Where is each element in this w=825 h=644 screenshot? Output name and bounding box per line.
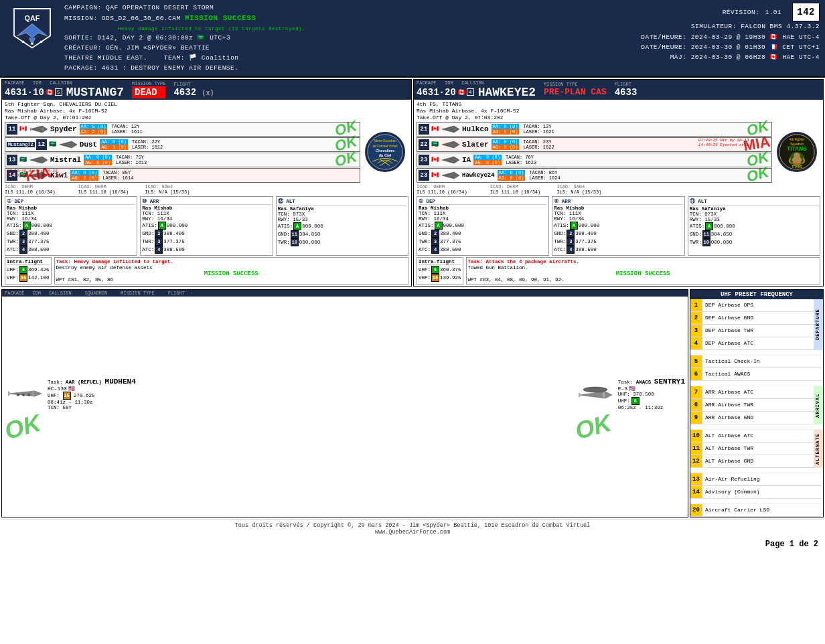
flag-slater: 🇸🇦 (431, 141, 439, 148)
uhf-row-10: 10 ALT Airbase ATC (690, 430, 814, 442)
tacan-laser-kiwi: TACAN: 85Y LASER: 1614 (102, 170, 133, 181)
team-value: Coalition (202, 54, 239, 62)
uhf-arrival-section: 7 ARR Airbase ATC 8 ARR Airbase TWR 9 AR… (690, 386, 823, 424)
intra-task-right: Intra-flight UHF: 6 360.375 VHF: 16 139.… (417, 257, 820, 285)
flag-hulkco: 🇨🇦 (431, 125, 439, 133)
uhf-row-5: 5 Tactical Check-In (690, 355, 823, 368)
callsign-mistral: Mistral (50, 156, 81, 164)
revision-value: 1.01 (765, 7, 781, 17)
uhf-row-7: 7 ARR Airbase ATC (690, 386, 814, 399)
aa-ag-hawkeye24: AA: 0 (0) AG: 0 (0) (498, 170, 526, 181)
uhf-row-8: 8 ARR Airbase TWR (690, 399, 814, 412)
pkg-left-flights-section: 11 🇨🇦 Spyder AA: 0 (0) (5, 122, 408, 183)
squadron-badge-right: 4th Fighter Squadron TITANS (773, 122, 820, 183)
uhf-row-13: 13 Air-Air Refueling (690, 473, 823, 486)
qaf-logo: QAF ® (8, 3, 56, 51)
campaign-line: CAMPAIGN: QAF OPERATION DESERT STORM (64, 3, 635, 13)
callsign-hulkco: Hulkco (462, 125, 489, 133)
aa-ag-hulkco: AA: 0 (0) AG: 8 (0) (492, 124, 520, 135)
pkg-left-unit: 5th Fighter Sqn, CHEVALIERS DU CIEL (5, 101, 408, 107)
mustang72-label: Mustang72 (7, 142, 35, 147)
flight-num-22: 22 (419, 139, 429, 150)
svg-point-22 (27, 394, 30, 396)
nav-blocks-left: ① DEP Ras Mishab TCN: 111X RWY: 16/34 AT… (5, 196, 408, 256)
flight-num-11: 11 (7, 124, 17, 135)
callsign-dust: Dust (80, 141, 97, 149)
footer-copyright: Tous droits réservés / Copyright ©, 29 m… (4, 522, 821, 529)
aa-ag-hawkeye23: AA: 0 (0) AG: 0 (0) (473, 155, 502, 165)
main-content: PACKAGE IDM CALLSIGN 4631·10 🇨🇦 5 MUSTAN… (0, 78, 825, 550)
intra-block-left: Intra-flight UHF: 6 369.425 VHF: 15 142.… (5, 257, 52, 285)
flight-slater: 22 🇸🇦 Slater AA: 0 (0) AG: 0 (0) (417, 137, 772, 152)
callsign-hawkeye23: IA (462, 156, 471, 164)
svg-text:Chevaliers: Chevaliers (376, 149, 394, 153)
svg-point-3 (22, 41, 25, 44)
svg-point-20 (17, 394, 19, 396)
footer: Tous droits réservés / Copyright ©, 29 m… (1, 519, 824, 538)
support-body: Task: AAR (REFUEL) MUDHEN4 KC-130 🇺🇸 UHF… (2, 297, 688, 444)
uhf-row-1: 1 DEP Airbase OPS (690, 299, 814, 312)
package-hawkeye2-header: PACKAGE IDM CALLSIGN 4631·20 🇨🇦 4 HAWKEY… (414, 80, 823, 100)
header-right-info: RÉVISION: 1.01 142 SIMULATEUR: FALCON BM… (641, 3, 820, 62)
flight-num-23: 23 (419, 155, 429, 165)
task-block-right: Task: Attack the 4 package aircrafts. To… (466, 257, 820, 285)
support-header: PACKAGE IDM CALLSIGN SQUADRON MISSION TY… (2, 290, 688, 297)
uhf-preset-table: UHF PRESET FREQUENCY 1 DEP Airbase OPS 2… (690, 289, 824, 517)
date1-tz: HAE UTC-4 (782, 33, 820, 41)
tacan-laser-slater: TACAN: 23Y LASER: 1622 (523, 139, 554, 150)
package-value: 4631 : DESTROY ENEMY AIR DEFENSE. (102, 64, 239, 72)
header: QAF ® CAMPAIGN: QAF OPERATION DESERT STO… (0, 0, 825, 78)
sentry1-callsign: SENTRY1 (654, 378, 685, 386)
footer-website: www.QuebecAirForce.com (4, 529, 821, 536)
aa-ag-spyder: AA: 0 (0) AG: 2 (0) (80, 124, 108, 135)
icao-row-right: ICAO: OERM ILS 111.10 (16/34) ICAO: OERM… (417, 184, 820, 195)
badge-titans: 4th Fighter Squadron TITANS (777, 132, 817, 172)
bottom-row: PACKAGE IDM CALLSIGN SQUADRON MISSION TY… (1, 289, 824, 517)
mudhen4-callsign: MUDHEN4 (105, 378, 136, 386)
uhf-alternate-section: 10 ALT Airbase ATC 11 ALT Airbase TWR 12… (690, 430, 823, 468)
pkg-right-flight: 4633 (615, 87, 638, 98)
pkg-left-flights-list: 11 🇨🇦 Spyder AA: 0 (0) (5, 122, 360, 183)
pkg-right-num: 4631·20 (417, 87, 456, 98)
support-package: PACKAGE IDM CALLSIGN SQUADRON MISSION TY… (1, 289, 688, 517)
page-indicator: Page 1 de 2 (1, 540, 824, 549)
revision-page-line: RÉVISION: 1.01 142 (641, 3, 820, 21)
callsign-spyder: Spyder (50, 125, 77, 133)
date2-line: DATE/HEURE: 2024-03-30 @ 01H30 🇫🇷 CET UT… (641, 42, 820, 52)
pkg-right-flights-section: 21 🇨🇦 Hulkco AA: 0 (0) AG: 8 (0) (417, 122, 820, 183)
mudhen4-row: Task: AAR (REFUEL) MUDHEN4 KC-130 🇺🇸 UHF… (5, 378, 136, 410)
flight-mistral: 13 🇸🇦 Mistral AA: 0 (0) AG: 8 (0) (5, 153, 360, 167)
uhf-row-3: 3 DEP Airbase TWR (690, 325, 814, 337)
svg-point-4 (31, 42, 33, 45)
tacan-laser-spyder: TACAN: 12Y LASER: 1611 (111, 124, 142, 135)
mission-status-note: Heavy damage inflicted to target (13 tar… (118, 25, 635, 33)
page-wrapper: QAF ® CAMPAIGN: QAF OPERATION DESERT STO… (0, 0, 825, 550)
uhf-row-11: 11 ALT Airbase TWR (690, 442, 814, 455)
flag-mistral: 🇸🇦 (19, 156, 27, 163)
creator-value: GÉN. JIM «SPYDER» BEATTIE (106, 44, 210, 52)
uhf-row-9: 9 ARR Airbase GND (690, 412, 814, 424)
maj-value: 2024-03-30 @ 06H28 (691, 54, 766, 61)
pkg-right-unit: 4th FS, TITANS (417, 101, 820, 107)
flight-hawkeye23: 23 🇨🇦 IA AA: 0 (0) AG: 0 (0) (417, 153, 772, 167)
header-left-info: CAMPAIGN: QAF OPERATION DESERT STORM MIS… (64, 3, 635, 74)
svg-text:4th Fighter: 4th Fighter (790, 138, 805, 141)
icao-row-left: ICAO: OERM ILS 111.10 (16/34) ICAO: OERM… (5, 184, 408, 195)
pkg-right-base: Ras Mishab Airbase. 4x F-16CM-52 (417, 108, 820, 114)
arr-block-right: ⑨ ARR Ras Mishab TCN: 111X RWY: 16/34 AT… (552, 196, 684, 256)
date1-line: DATE/HEURE: 2024-03-29 @ 19H30 🇨🇦 HAE UT… (641, 32, 820, 42)
flight-num-24: 23 (419, 170, 429, 181)
simulateur-value: FALCON BMS 4.37.3.2 (741, 23, 820, 30)
callsign-hawkeye24: Hawkeye24 (462, 172, 495, 179)
svg-point-5 (40, 41, 43, 44)
tacan-laser-mistral: TACAN: 75Y LASER: 1613 (116, 155, 147, 165)
pkg-left-sqn: 5 (55, 88, 62, 96)
badge-chevaliers: 5ième Escadron de Combat Virtuel Chevali… (365, 132, 405, 172)
flight-num-12: 12 (36, 139, 47, 150)
package-mustang7-body: 5th Fighter Sqn, CHEVALIERS DU CIEL Ras … (2, 100, 411, 286)
pkg-right-mission-type: PRE-PLAN CAS (544, 87, 607, 97)
e3-icon (575, 384, 615, 403)
maj-flag: 🇨🇦 (769, 54, 778, 61)
campaign-value: QAF OPERATION DESERT STORM (106, 4, 214, 11)
package-line: PACKAGE: 4631 : DESTROY ENEMY AIR DEFENS… (64, 63, 635, 73)
